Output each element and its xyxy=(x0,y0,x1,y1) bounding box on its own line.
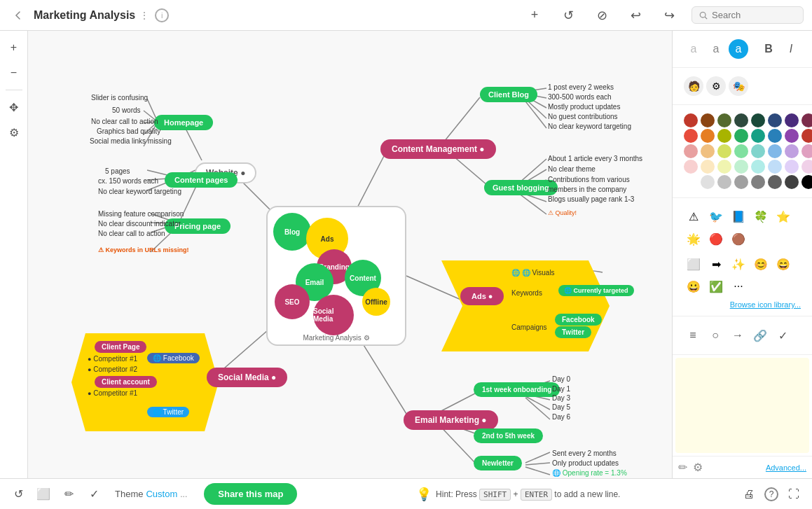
undo-button[interactable]: ↩ xyxy=(624,4,647,27)
color-swatch-3[interactable] xyxy=(734,113,748,127)
currently-targeted-tag[interactable]: 🌐 Currently targeted xyxy=(558,285,634,296)
color-swatch-36[interactable] xyxy=(751,175,765,189)
check-icon-btn[interactable]: ✓ xyxy=(773,326,792,344)
color-swatch-18[interactable] xyxy=(717,144,731,158)
star-icon-btn[interactable]: ⭐ xyxy=(773,207,793,226)
emoji-icon-btn[interactable]: 🎭 xyxy=(729,76,748,96)
search-input[interactable] xyxy=(712,10,796,20)
expand-icon[interactable]: ⛶ xyxy=(784,484,804,504)
browse-library-link[interactable]: Browse icon library... xyxy=(678,299,806,310)
link-icon-btn[interactable]: 🔗 xyxy=(751,326,769,344)
color-swatch-26[interactable] xyxy=(717,160,731,174)
color-swatch-10[interactable] xyxy=(717,129,731,143)
client-page-node[interactable]: Client Page xyxy=(95,341,146,353)
twitter-icon-btn[interactable]: 🐦 xyxy=(706,207,726,226)
approve-icon[interactable]: ✓ xyxy=(84,484,104,504)
checkmark-icon-btn[interactable]: ✅ xyxy=(706,277,726,296)
smiley-btn[interactable]: 😊 xyxy=(751,254,771,274)
first-week-node[interactable]: 1st week onboarding xyxy=(474,382,560,397)
color-swatch-31[interactable] xyxy=(801,160,812,174)
color-swatch-33[interactable] xyxy=(701,175,715,189)
add-button[interactable]: + xyxy=(523,4,546,27)
more-icons-btn[interactable]: ··· xyxy=(729,277,748,296)
color-swatch-5[interactable] xyxy=(768,113,782,127)
redo1-button[interactable]: ↺ xyxy=(557,4,579,27)
color-swatch-25[interactable] xyxy=(701,160,715,174)
guest-blog-node[interactable]: Guest blogging xyxy=(484,180,558,195)
smile2-btn[interactable]: 😄 xyxy=(773,254,793,274)
color-swatch-12[interactable] xyxy=(751,129,765,143)
green-arrow-btn[interactable]: ➡ xyxy=(706,254,726,274)
zoom-out-button[interactable]: − xyxy=(3,62,25,84)
color-swatch-0[interactable] xyxy=(684,113,698,127)
text-medium-button[interactable]: a xyxy=(706,39,726,59)
gray-circle-btn[interactable]: ⬜ xyxy=(684,254,703,274)
homepage-node[interactable]: Homepage xyxy=(154,115,213,130)
warning-icon-btn[interactable]: ⚠ xyxy=(684,207,703,226)
color-swatch-9[interactable] xyxy=(701,129,715,143)
color-swatch-7[interactable] xyxy=(801,113,812,127)
color-swatch-17[interactable] xyxy=(701,144,715,158)
blog-bubble[interactable]: Blog xyxy=(273,213,311,251)
twitter-tag[interactable]: 🌐 Twitter xyxy=(147,407,189,417)
back-button[interactable] xyxy=(8,6,28,25)
facebook-tag[interactable]: 🌐 Facebook xyxy=(147,353,200,363)
smile3-btn[interactable]: 😀 xyxy=(684,277,703,296)
second-fifth-node[interactable]: 2nd to 5th week xyxy=(474,428,543,443)
color-swatch-4[interactable] xyxy=(751,113,765,127)
people-icon-btn[interactable]: 🧑 xyxy=(684,76,703,96)
color-swatch-30[interactable] xyxy=(785,160,799,174)
color-swatch-2[interactable] xyxy=(717,113,731,127)
color-swatch-14[interactable] xyxy=(785,129,799,143)
content-pages-node[interactable]: Content pages xyxy=(165,172,238,188)
color-swatch-24[interactable] xyxy=(684,160,698,174)
color-swatch-38[interactable] xyxy=(785,175,799,189)
content-mgmt-node[interactable]: Content Management ● xyxy=(380,139,496,159)
theme-more-button[interactable]: ... xyxy=(180,489,187,499)
email-node[interactable]: Email Marketing ● xyxy=(404,410,498,430)
edit-mode-icon[interactable]: ✏ xyxy=(59,484,78,504)
settings-tool-button[interactable]: ⚙ xyxy=(3,121,25,144)
sparkle-btn[interactable]: ✨ xyxy=(729,254,748,274)
pan-tool-button[interactable]: ✥ xyxy=(3,96,25,118)
color-swatch-39[interactable] xyxy=(801,175,812,189)
color-swatch-15[interactable] xyxy=(801,129,812,143)
color-swatch-37[interactable] xyxy=(768,175,782,189)
client-account-node[interactable]: Client account xyxy=(95,376,157,388)
newsletter-node[interactable]: Newletter xyxy=(474,456,522,470)
arrow-icon-btn[interactable]: → xyxy=(729,326,747,344)
custom-label[interactable]: Custom xyxy=(146,489,177,499)
redo2-button[interactable]: ↪ xyxy=(658,4,680,27)
clover-icon-btn[interactable]: 🍀 xyxy=(751,207,771,226)
text-small-button[interactable]: a xyxy=(684,39,703,59)
list-icon-btn[interactable]: ≡ xyxy=(684,326,702,344)
color-swatch-13[interactable] xyxy=(768,129,782,143)
color-swatch-29[interactable] xyxy=(768,160,782,174)
offline-bubble[interactable]: Offline xyxy=(362,288,390,316)
title-menu-icon[interactable]: ⋮ xyxy=(139,10,149,21)
bold-button[interactable]: B xyxy=(759,39,778,59)
color-swatch-22[interactable] xyxy=(785,144,799,158)
pencil-icon[interactable]: ✏ xyxy=(678,461,687,474)
color-swatch-23[interactable] xyxy=(801,144,812,158)
text-large-button[interactable]: a xyxy=(729,39,748,59)
color-swatch-27[interactable] xyxy=(734,160,748,174)
color-swatch-28[interactable] xyxy=(751,160,765,174)
social-media-bubble[interactable]: Social Media xyxy=(313,295,354,335)
color-swatch-35[interactable] xyxy=(734,175,748,189)
twitter-green-node[interactable]: Twitter xyxy=(555,326,591,338)
color-swatch-21[interactable] xyxy=(768,144,782,158)
no-button[interactable]: ⊘ xyxy=(591,4,613,27)
brown-circle-btn[interactable]: 🟤 xyxy=(729,229,748,249)
magic-icon[interactable]: ⚙ xyxy=(693,461,703,474)
red-circle-btn[interactable]: 🔴 xyxy=(706,229,726,249)
share-button[interactable]: Share this map xyxy=(204,483,297,505)
screen-icon[interactable]: ⬜ xyxy=(34,484,53,504)
color-swatch-6[interactable] xyxy=(785,113,799,127)
color-swatch-16[interactable] xyxy=(684,144,698,158)
info-button[interactable]: i xyxy=(155,8,169,22)
social-media-node[interactable]: Social Media ● xyxy=(207,368,287,387)
circle-icon-btn[interactable]: ○ xyxy=(706,326,724,344)
notes-area[interactable] xyxy=(675,358,809,453)
advanced-link[interactable]: Advanced... xyxy=(766,463,806,472)
